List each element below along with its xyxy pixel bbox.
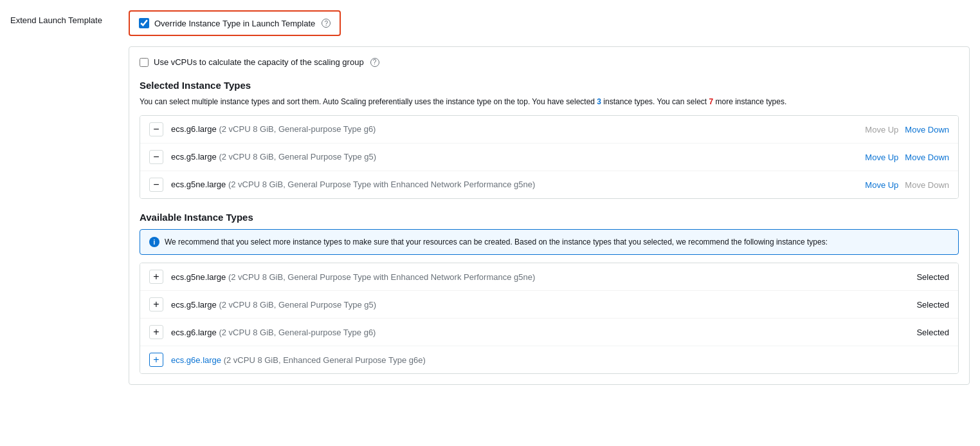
available-2-detail: (2 vCPU 8 GiB, General Purpose Type g5) — [219, 300, 376, 310]
move-up-3-btn[interactable]: Move Up — [865, 180, 898, 190]
instance-1-actions: Move Up Move Down — [865, 125, 949, 135]
move-up-2-btn[interactable]: Move Up — [865, 153, 898, 162]
desc-suffix: more instance types. — [713, 97, 786, 106]
available-1-name: ecs.g5ne.large — [171, 272, 226, 282]
vcpu-row: Use vCPUs to calculate the capacity of t… — [140, 57, 959, 67]
available-2-name: ecs.g5.large — [171, 300, 217, 310]
available-instance-list: + ecs.g5ne.large (2 vCPU 8 GiB, General … — [140, 263, 959, 374]
available-instance-item: + ecs.g5ne.large (2 vCPU 8 GiB, General … — [140, 263, 958, 291]
available-1-status: Selected — [916, 272, 949, 282]
available-3-detail: (2 vCPU 8 GiB, General-purpose Type g6) — [219, 328, 376, 337]
remove-instance-2-btn[interactable]: − — [149, 150, 163, 164]
available-3-info: ecs.g6.large (2 vCPU 8 GiB, General-purp… — [171, 328, 916, 337]
available-4-detail: (2 vCPU 8 GiB, Enhanced General Purpose … — [224, 355, 426, 365]
instance-3-name: ecs.g5ne.large — [171, 180, 226, 189]
extend-launch-template-label: Extend Launch Template — [10, 15, 102, 25]
override-checkbox[interactable] — [139, 18, 149, 28]
selected-instance-item: − ecs.g5.large (2 vCPU 8 GiB, General Pu… — [140, 144, 958, 171]
instance-2-detail: (2 vCPU 8 GiB, General Purpose Type g5) — [219, 152, 376, 162]
available-4-name: ecs.g6e.large — [171, 355, 221, 365]
move-up-1-btn[interactable]: Move Up — [865, 125, 898, 135]
available-instance-item: + ecs.g6e.large (2 vCPU 8 GiB, Enhanced … — [140, 346, 958, 373]
instance-2-actions: Move Up Move Down — [865, 153, 949, 162]
info-banner-text: We recommend that you select more instan… — [165, 236, 828, 248]
override-label: Override Instance Type in Launch Templat… — [154, 19, 315, 28]
available-1-info: ecs.g5ne.large (2 vCPU 8 GiB, General Pu… — [171, 272, 916, 282]
instance-3-actions: Move Up Move Down — [865, 180, 949, 190]
instance-1-name: ecs.g6.large — [171, 124, 217, 134]
available-2-status: Selected — [916, 300, 949, 310]
remove-instance-1-btn[interactable]: − — [149, 122, 163, 136]
available-instance-item: + ecs.g5.large (2 vCPU 8 GiB, General Pu… — [140, 291, 958, 319]
available-instance-item: + ecs.g6.large (2 vCPU 8 GiB, General-pu… — [140, 319, 958, 346]
add-available-4-btn[interactable]: + — [149, 353, 163, 367]
available-4-info: ecs.g6e.large (2 vCPU 8 GiB, Enhanced Ge… — [171, 355, 949, 365]
remove-instance-3-btn[interactable]: − — [149, 178, 163, 192]
available-3-status: Selected — [916, 328, 949, 337]
instance-1-detail: (2 vCPU 8 GiB, General-purpose Type g6) — [219, 124, 376, 134]
available-3-name: ecs.g6.large — [171, 328, 217, 337]
instance-2-info: ecs.g5.large (2 vCPU 8 GiB, General Purp… — [171, 151, 865, 163]
add-available-1-btn[interactable]: + — [149, 270, 163, 284]
add-available-2-btn[interactable]: + — [149, 297, 163, 311]
available-2-info: ecs.g5.large (2 vCPU 8 GiB, General Purp… — [171, 300, 916, 310]
info-icon: i — [149, 237, 159, 247]
vcpu-label: Use vCPUs to calculate the capacity of t… — [154, 57, 364, 67]
instance-1-info: ecs.g6.large (2 vCPU 8 GiB, General-purp… — [171, 123, 865, 136]
available-heading: Available Instance Types — [140, 212, 959, 223]
vcpu-help-icon[interactable]: ? — [370, 58, 379, 67]
move-down-2-btn[interactable]: Move Down — [905, 153, 949, 162]
selected-instance-list: − ecs.g6.large (2 vCPU 8 GiB, General-pu… — [140, 115, 959, 199]
instance-types-panel: Use vCPUs to calculate the capacity of t… — [129, 46, 970, 385]
selected-instance-item: − ecs.g6.large (2 vCPU 8 GiB, General-pu… — [140, 116, 958, 144]
available-1-detail: (2 vCPU 8 GiB, General Purpose Type with… — [228, 272, 535, 282]
instance-3-info: ecs.g5ne.large (2 vCPU 8 GiB, General Pu… — [171, 178, 865, 191]
desc-prefix: You can select multiple instance types a… — [140, 97, 597, 106]
instance-2-name: ecs.g5.large — [171, 152, 217, 162]
info-banner: i We recommend that you select more inst… — [140, 229, 959, 255]
move-down-3-btn[interactable]: Move Down — [905, 180, 949, 190]
add-available-3-btn[interactable]: + — [149, 325, 163, 339]
selected-instance-item: − ecs.g5ne.large (2 vCPU 8 GiB, General … — [140, 171, 958, 198]
desc-mid: instance types. You can select — [601, 97, 709, 106]
selected-desc: You can select multiple instance types a… — [140, 96, 959, 107]
override-checkbox-row: Override Instance Type in Launch Templat… — [129, 10, 341, 36]
vcpu-checkbox[interactable] — [140, 58, 149, 67]
move-down-1-btn[interactable]: Move Down — [905, 125, 949, 135]
selected-heading: Selected Instance Types — [140, 80, 959, 91]
instance-3-detail: (2 vCPU 8 GiB, General Purpose Type with… — [228, 180, 535, 189]
override-help-icon[interactable]: ? — [322, 19, 331, 28]
